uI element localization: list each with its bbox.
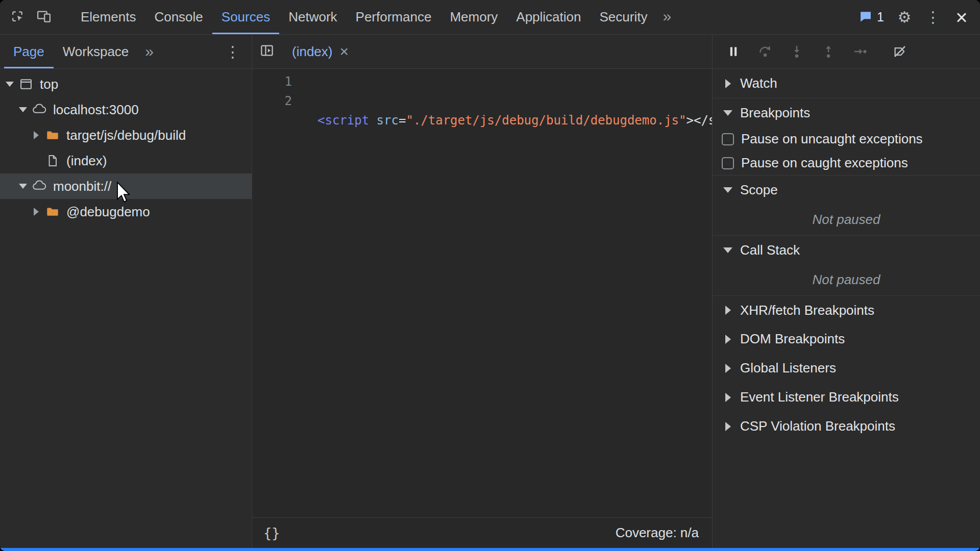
debugger-sidebar: Watch Breakpoints Pause on uncaught exce… bbox=[712, 35, 980, 548]
pause-caught-checkbox[interactable] bbox=[722, 157, 734, 169]
main-menu-button[interactable]: ⋮ bbox=[920, 10, 946, 25]
expand-open-icon[interactable] bbox=[724, 187, 732, 193]
expand-closed-icon[interactable] bbox=[724, 335, 732, 344]
pause-uncaught-checkbox[interactable] bbox=[722, 133, 734, 145]
tab-memory[interactable]: Memory bbox=[440, 0, 507, 34]
tab-elements[interactable]: Elements bbox=[71, 0, 145, 34]
tab-sources[interactable]: Sources bbox=[212, 0, 279, 34]
tree-item-localhost[interactable]: localhost:3000 bbox=[0, 97, 252, 122]
section-event-listener-breakpoints[interactable]: Event Listener Breakpoints bbox=[713, 383, 980, 412]
expand-closed-icon[interactable] bbox=[724, 306, 732, 315]
expand-closed-icon[interactable] bbox=[724, 364, 732, 373]
tree-item-label: localhost:3000 bbox=[53, 102, 139, 118]
expand-open-icon[interactable] bbox=[18, 184, 28, 189]
close-devtools-button[interactable]: × bbox=[948, 7, 975, 28]
tree-item-label: (index) bbox=[66, 153, 107, 169]
editor-pane: (index) × 1 2 <script src="./target/js/d… bbox=[252, 35, 712, 548]
debugger-toolbar bbox=[713, 35, 980, 69]
code-token-string: "./target/js/debug/build/debugdemo.js" bbox=[406, 113, 686, 128]
pause-icon bbox=[726, 44, 741, 59]
kebab-menu-icon: ⋮ bbox=[925, 10, 941, 25]
step-out-icon bbox=[821, 44, 836, 59]
section-csp-violation-breakpoints[interactable]: CSP Violation Breakpoints bbox=[713, 412, 980, 441]
expand-closed-icon[interactable] bbox=[32, 131, 41, 139]
tab-application[interactable]: Application bbox=[507, 0, 590, 34]
navigator-tab-page[interactable]: Page bbox=[4, 35, 54, 68]
pause-caught-row[interactable]: Pause on caught exceptions bbox=[713, 151, 980, 175]
settings-button[interactable]: ⚙ bbox=[891, 10, 918, 25]
navigator-tab-workspace[interactable]: Workspace bbox=[54, 35, 138, 68]
code-line-1: <script src="./target/js/debug/build/deb… bbox=[317, 111, 712, 130]
section-call-stack[interactable]: Call Stack bbox=[713, 235, 980, 264]
code-content[interactable]: <script src="./target/js/debug/build/deb… bbox=[295, 72, 712, 517]
navigator-sidebar: Page Workspace » ⋮ top bbox=[0, 35, 252, 548]
tree-item-label: target/js/debug/build bbox=[66, 128, 186, 143]
deactivate-breakpoints-button[interactable] bbox=[891, 43, 909, 60]
tab-performance[interactable]: Performance bbox=[347, 0, 441, 34]
code-token-attr: src bbox=[369, 113, 399, 128]
close-icon: × bbox=[955, 7, 967, 28]
code-token-equals: = bbox=[399, 113, 406, 128]
device-toolbar-button[interactable] bbox=[31, 0, 57, 34]
panel-tabs: Elements Console Sources Network Perform… bbox=[71, 0, 677, 34]
panel-toggle-icon bbox=[259, 43, 275, 60]
section-label: Watch bbox=[740, 76, 777, 91]
devtools-main-toolbar: Elements Console Sources Network Perform… bbox=[0, 0, 980, 35]
folder-icon bbox=[45, 204, 60, 219]
expand-closed-icon[interactable] bbox=[724, 393, 732, 402]
step-button[interactable] bbox=[851, 43, 869, 60]
coverage-status: Coverage: n/a bbox=[616, 525, 699, 541]
cloud-icon bbox=[32, 179, 47, 194]
step-into-icon bbox=[789, 44, 804, 59]
close-tab-icon[interactable]: × bbox=[339, 44, 349, 59]
expand-closed-icon[interactable] bbox=[32, 208, 41, 216]
tree-item-target-folder[interactable]: target/js/debug/build bbox=[0, 122, 252, 148]
editor-status-bar: {} Coverage: n/a bbox=[252, 517, 712, 548]
section-label: Global Listeners bbox=[740, 360, 836, 376]
tab-network[interactable]: Network bbox=[279, 0, 346, 34]
call-stack-status: Not paused bbox=[713, 264, 980, 295]
tab-security[interactable]: Security bbox=[591, 0, 657, 34]
section-global-listeners[interactable]: Global Listeners bbox=[713, 354, 980, 383]
pause-uncaught-row[interactable]: Pause on uncaught exceptions bbox=[713, 127, 980, 151]
more-panels-button[interactable]: » bbox=[656, 0, 677, 34]
step-over-button[interactable] bbox=[756, 43, 774, 60]
file-icon bbox=[45, 153, 60, 168]
tab-console[interactable]: Console bbox=[145, 0, 212, 34]
navigator-tabs: Page Workspace » ⋮ bbox=[0, 35, 252, 69]
editor-tab-index[interactable]: (index) × bbox=[282, 35, 359, 68]
expand-closed-icon[interactable] bbox=[724, 79, 732, 88]
navigator-menu-button[interactable]: ⋮ bbox=[225, 35, 252, 68]
cloud-icon bbox=[32, 102, 47, 117]
devtools-window: Elements Console Sources Network Perform… bbox=[0, 0, 980, 551]
expand-closed-icon[interactable] bbox=[724, 422, 732, 431]
expand-open-icon[interactable] bbox=[18, 107, 28, 112]
section-label: CSP Violation Breakpoints bbox=[740, 418, 895, 434]
section-watch[interactable]: Watch bbox=[713, 69, 980, 98]
section-label: DOM Breakpoints bbox=[740, 331, 845, 347]
more-navigator-tabs-button[interactable]: » bbox=[138, 35, 161, 68]
step-out-button[interactable] bbox=[820, 43, 837, 60]
code-editor[interactable]: 1 2 <script src="./target/js/debug/build… bbox=[252, 69, 712, 517]
section-xhr-breakpoints[interactable]: XHR/fetch Breakpoints bbox=[713, 295, 980, 324]
console-messages-button[interactable]: 1 bbox=[853, 9, 889, 26]
section-dom-breakpoints[interactable]: DOM Breakpoints bbox=[713, 324, 980, 354]
step-into-button[interactable] bbox=[788, 43, 805, 60]
tree-item-index[interactable]: (index) bbox=[0, 148, 252, 173]
pause-script-button[interactable] bbox=[725, 43, 742, 60]
tree-item-top[interactable]: top bbox=[0, 71, 252, 97]
expand-open-icon[interactable] bbox=[5, 82, 14, 87]
pretty-print-button[interactable]: {} bbox=[263, 525, 280, 541]
expand-open-icon[interactable] bbox=[724, 110, 732, 116]
expand-open-icon[interactable] bbox=[724, 247, 732, 253]
checkbox-label: Pause on caught exceptions bbox=[741, 155, 908, 171]
toggle-navigator-button[interactable] bbox=[252, 35, 282, 68]
section-breakpoints[interactable]: Breakpoints bbox=[713, 98, 980, 127]
inspect-element-button[interactable] bbox=[4, 0, 31, 34]
gear-icon: ⚙ bbox=[898, 10, 912, 25]
mouse-cursor bbox=[116, 182, 132, 205]
section-label: Scope bbox=[740, 182, 778, 198]
editor-tab-strip: (index) × bbox=[252, 35, 712, 69]
frame-icon bbox=[18, 77, 34, 92]
section-scope[interactable]: Scope bbox=[713, 175, 980, 204]
